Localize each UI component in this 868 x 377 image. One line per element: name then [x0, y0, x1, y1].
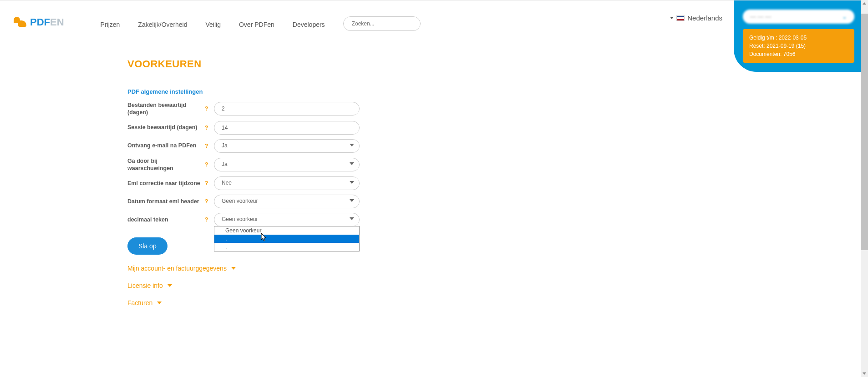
help-icon[interactable]: ?: [205, 216, 214, 223]
date-label: Datum formaat eml header: [127, 198, 205, 205]
session-label: Sessie bewaartijd (dagen): [127, 124, 205, 131]
decimal-option-dot[interactable]: .: [214, 243, 359, 251]
continue-select[interactable]: Ja: [214, 158, 360, 171]
nav-developers[interactable]: Developers: [293, 21, 325, 28]
scrollbar[interactable]: [861, 0, 868, 307]
search-input[interactable]: [343, 16, 421, 31]
accordion-account-label: Mijn account- en factuurggegevens: [127, 265, 227, 272]
decimal-label: decimaal teken: [127, 216, 205, 223]
user-panel: — — — ⌄ Geldig t/m : 2022-03-05 Reset: 2…: [734, 0, 863, 72]
decimal-option-comma[interactable]: ,: [214, 235, 359, 243]
search-wrap: [343, 16, 421, 31]
main-nav: Prijzen Zakelijk/Overheid Veilig Over PD…: [101, 21, 325, 28]
help-icon[interactable]: ?: [205, 161, 214, 168]
decimal-dropdown: Geen voorkeur , .: [214, 226, 360, 251]
retention-label: Bestanden bewaartijd (dagen): [127, 101, 205, 116]
logo-icon: [14, 17, 27, 28]
user-info-box: Geldig t/m : 2022-03-05 Reset: 2021-09-1…: [743, 29, 854, 63]
section-title: PDF algemene instellingen: [127, 88, 583, 95]
nav-prijzen[interactable]: Prijzen: [101, 21, 120, 28]
language-label: Nederlands: [687, 14, 722, 22]
nav-veilig[interactable]: Veilig: [206, 21, 221, 28]
email-label: Ontvang e-mail na PDFen: [127, 142, 205, 149]
chevron-down-icon: [231, 267, 236, 270]
valid-until: Geldig t/m : 2022-03-05: [749, 34, 848, 42]
scrollbar-thumb[interactable]: [861, 14, 868, 250]
help-icon[interactable]: ?: [205, 180, 214, 186]
chevron-down-icon: [157, 302, 162, 304]
session-input[interactable]: [214, 121, 360, 135]
chevron-down-icon: [168, 284, 172, 287]
scroll-up-button[interactable]: [861, 0, 868, 7]
decimal-option-none[interactable]: Geen voorkeur: [214, 226, 359, 235]
user-dropdown[interactable]: — — — ⌄: [743, 10, 854, 24]
save-button[interactable]: Sla op: [127, 237, 168, 255]
help-icon[interactable]: ?: [205, 125, 214, 131]
continue-label: Ga door bij waarschuwingen: [127, 157, 205, 172]
logo-text-blue: PDF: [30, 16, 50, 28]
email-select[interactable]: Ja: [214, 139, 360, 153]
eml-label: Eml correctie naar tijdzone: [127, 180, 205, 187]
accordion-account[interactable]: Mijn account- en factuurggegevens: [127, 265, 583, 272]
logo-text-gray: EN: [50, 16, 64, 28]
user-name: — — —: [750, 13, 771, 20]
nav-over[interactable]: Over PDFen: [239, 21, 274, 28]
help-icon[interactable]: ?: [205, 106, 214, 112]
flag-nl-icon: [676, 15, 685, 21]
accordion-invoices-label: Facturen: [127, 299, 152, 307]
accordion-license-label: Licensie info: [127, 282, 163, 289]
nav-zakelijk[interactable]: Zakelijk/Overheid: [138, 21, 187, 28]
decimal-select[interactable]: Geen voorkeur: [214, 213, 360, 226]
accordion-license[interactable]: Licensie info: [127, 282, 583, 289]
reset-date: Reset: 2021-09-19 (15): [749, 42, 848, 50]
documents-count: Documenten: 7056: [749, 50, 848, 58]
date-select[interactable]: Geen voorkeur: [214, 195, 360, 208]
page-title: VOORKEUREN: [127, 58, 583, 70]
logo[interactable]: PDFEN: [14, 16, 64, 28]
chevron-down-icon: ⌄: [842, 13, 847, 20]
language-selector[interactable]: Nederlands: [670, 14, 722, 22]
caret-down-icon: [670, 17, 674, 19]
help-icon[interactable]: ?: [205, 143, 214, 149]
eml-select[interactable]: Nee: [214, 176, 360, 190]
accordion-invoices[interactable]: Facturen: [127, 299, 583, 307]
help-icon[interactable]: ?: [205, 198, 214, 205]
retention-input[interactable]: [214, 102, 360, 116]
